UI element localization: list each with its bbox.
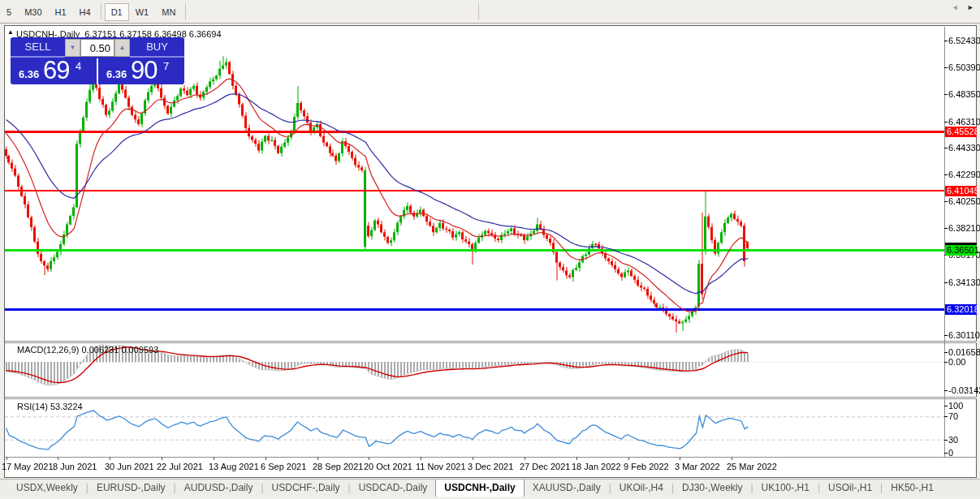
macd-axis-tick — [944, 362, 948, 363]
price-axis-tick — [944, 67, 948, 68]
rsi-pane-resize-handle[interactable] — [5, 397, 977, 399]
price-axis-label: 6.40250 — [948, 196, 980, 206]
chart-tab-dj30-weekly[interactable]: DJ30-,Weekly — [674, 480, 750, 497]
sell-price-pips: 69 — [43, 56, 69, 84]
macd-indicator-label: MACD(12,26,9) 0.006231 0.009593 — [17, 345, 158, 355]
hline-price-badge: 6.32018 — [945, 304, 977, 315]
trade-panel-top-row: SELL ▼ ▲ BUY — [11, 37, 184, 58]
price-axis-label: 6.34130 — [948, 277, 980, 287]
one-click-trade-panel: SELL ▼ ▲ BUY 6.36 69 4 6.36 90 7 — [11, 37, 184, 84]
toolbar-separator — [185, 3, 186, 19]
sell-price-prefix: 6.36 — [19, 68, 39, 80]
price-axis-tick — [944, 174, 948, 175]
rsi-axis-tick — [944, 453, 948, 454]
chart-tab-usoil-h1[interactable]: USOil-,H1 — [820, 480, 880, 497]
rsi-axis-label: 100 — [948, 401, 963, 411]
timeframe-button-m30[interactable]: M30 — [18, 3, 48, 21]
timeframe-button-h4[interactable]: H4 — [73, 3, 97, 21]
volume-decrease-button[interactable]: ▼ — [65, 39, 80, 57]
price-axis-label: 6.44330 — [948, 143, 980, 153]
chart-tab-usdcnh-daily[interactable]: USDCNH-,Daily — [435, 480, 524, 497]
timeframe-button-d1[interactable]: D1 — [105, 3, 129, 21]
rsi-indicator-label: RSI(14) 53.3224 — [17, 402, 83, 411]
time-axis-separator — [5, 457, 977, 458]
macd-axis-tick — [944, 352, 948, 353]
timeframe-button-mn[interactable]: MN — [155, 3, 182, 21]
trade-panel-price-row: 6.36 69 4 6.36 90 7 — [11, 58, 184, 84]
volume-stepper: ▼ ▲ — [65, 38, 130, 58]
chart-tab-audusd-daily[interactable]: AUDUSD-,Daily — [176, 480, 261, 497]
buy-price-prefix: 6.36 — [106, 68, 127, 80]
price-axis-tick — [944, 122, 948, 123]
rsi-axis-tick — [944, 440, 948, 441]
chart-tab-eurusd-daily[interactable]: EURUSD-,Daily — [89, 480, 174, 497]
rsi-axis-label: 70 — [948, 411, 958, 421]
price-axis-label: 6.50390 — [948, 62, 980, 72]
chart-tab-xauusd-daily[interactable]: XAUUSD-,Daily — [525, 480, 609, 497]
rsi-axis-tick — [944, 406, 948, 407]
chart-tab-usdchf-daily[interactable]: USDCHF-,Daily — [264, 480, 348, 497]
rsi-axis-label: 0 — [948, 448, 953, 458]
price-axis-tick — [944, 282, 948, 283]
hline-price-badge: 6.41045 — [945, 186, 977, 196]
macd-axis-label: 0.016586 — [948, 347, 980, 357]
price-axis-tick — [944, 41, 948, 41]
sell-button[interactable]: SELL — [11, 38, 65, 58]
price-axis[interactable]: 6.524306.503906.483506.463106.443306.422… — [945, 0, 979, 499]
buy-price-point: 7 — [163, 60, 169, 72]
macd-axis-label: 0.00 — [948, 357, 965, 367]
volume-increase-button[interactable]: ▲ — [114, 39, 130, 57]
tab-scroll-right-icon[interactable]: ► — [964, 3, 978, 11]
price-axis-label: 6.38210 — [948, 223, 980, 233]
sell-price-point: 4 — [76, 60, 81, 72]
chart-tab-uk100-h1[interactable]: UK100-,H1 — [753, 480, 818, 497]
timeframe-button-w1[interactable]: W1 — [129, 3, 156, 21]
chart-tab-ukoil-h4[interactable]: UKOil-,H4 — [611, 480, 671, 497]
volume-input[interactable] — [80, 39, 114, 57]
toolbar-separator — [101, 3, 101, 19]
price-axis-label: 6.46310 — [948, 117, 980, 127]
hline-price-badge: 6.45528 — [945, 127, 977, 137]
timeframe-button-h1[interactable]: H1 — [49, 3, 73, 21]
price-axis-tick — [944, 94, 948, 95]
macd-axis-tick — [944, 390, 948, 391]
hline-price-badge: 6.36501 — [945, 245, 977, 256]
toolbar-separator — [478, 3, 479, 19]
price-axis-label: 6.52430 — [948, 36, 980, 45]
rsi-axis-label: 30 — [948, 435, 958, 445]
tab-scroll-nav: ◄ ► — [948, 3, 978, 11]
price-axis-label: 6.30110 — [948, 330, 980, 340]
macd-axis-label: -0.03142 — [948, 385, 980, 395]
chart-tab-usdcad-daily[interactable]: USDCAD-,Daily — [351, 480, 436, 497]
price-axis-tick — [944, 148, 948, 148]
chart-tab-bar: USDX,Weekly|EURUSD-,Daily|AUDUSD-,Daily|… — [0, 479, 980, 497]
buy-price-pips: 90 — [131, 56, 157, 84]
price-axis-tick — [944, 201, 948, 202]
buy-price-display[interactable]: 6.36 90 7 — [98, 58, 184, 84]
price-axis-label: 6.42290 — [948, 170, 980, 179]
sell-price-display[interactable]: 6.36 69 4 — [11, 58, 97, 84]
chart-tab-usdx-weekly[interactable]: USDX,Weekly — [8, 480, 86, 497]
collapse-panel-icon[interactable]: ▲ — [7, 28, 14, 36]
rsi-indicator-canvas[interactable] — [5, 399, 944, 457]
chart-tab-hk50-h1[interactable]: HK50-,H1 — [883, 480, 942, 497]
price-axis-tick — [944, 335, 948, 336]
price-axis-tick — [944, 228, 948, 229]
rsi-axis-tick — [944, 416, 948, 417]
timeframe-toolbar: 5M30H1H4D1W1MN — [0, 0, 980, 24]
buy-button[interactable]: BUY — [130, 38, 184, 58]
tab-scroll-left-icon[interactable]: ◄ — [948, 3, 962, 11]
price-axis-label: 6.48350 — [948, 89, 980, 99]
timeframe-button-5[interactable]: 5 — [0, 3, 18, 21]
macd-pane-resize-handle[interactable] — [5, 341, 977, 343]
